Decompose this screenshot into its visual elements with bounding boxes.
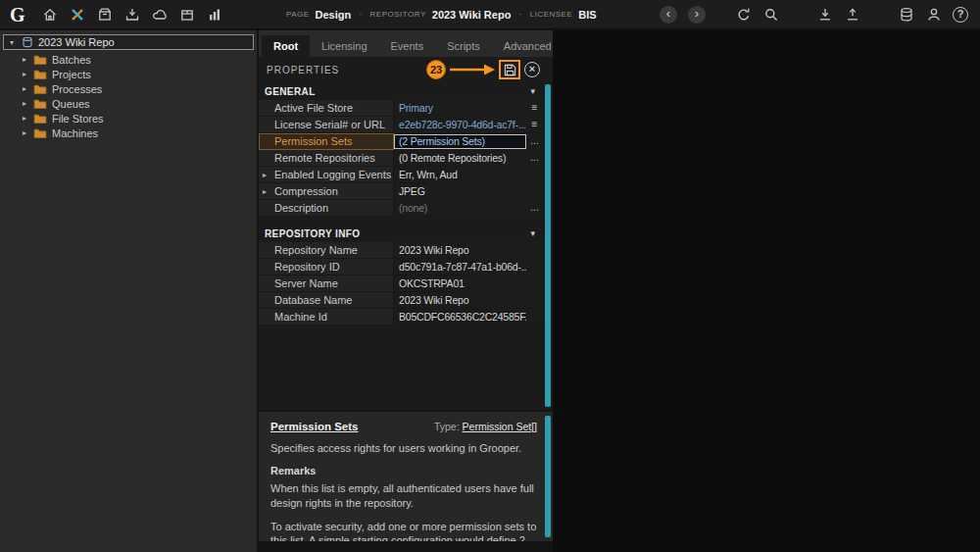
- forward-button[interactable]: ›: [688, 6, 706, 24]
- tab-root[interactable]: Root: [262, 35, 310, 57]
- property-value[interactable]: Primary: [394, 100, 526, 117]
- tab-events[interactable]: Events: [379, 35, 436, 57]
- property-row-machine-id[interactable]: Machine Id B05CDFC66536C2C24585F...: [259, 309, 543, 326]
- tree-expander-icon[interactable]: ▸: [21, 128, 28, 137]
- tree-item-label: Machines: [52, 127, 98, 139]
- cloud-icon[interactable]: [152, 6, 169, 23]
- save-button[interactable]: [499, 60, 520, 79]
- expand-icon[interactable]: ▸: [263, 187, 267, 196]
- user-icon[interactable]: [925, 6, 942, 23]
- chevron-down-icon[interactable]: ▾: [530, 86, 535, 96]
- property-row-repository-id[interactable]: Repository ID d50c791a-7c87-47a1-b06d-..…: [259, 259, 543, 276]
- property-value: 2023 Wiki Repo: [394, 292, 526, 309]
- property-row-remote-repositories[interactable]: Remote Repositories (0 Remote Repositori…: [259, 150, 543, 167]
- tree-expander-icon[interactable]: ▸: [21, 70, 28, 78]
- property-label: Active File Store: [259, 100, 394, 117]
- property-value[interactable]: Err, Wrn, Aud: [394, 167, 526, 183]
- node-tree-sidebar: ▾ 2023 Wiki Repo ▸ Batches ▸ Projects ▸: [0, 30, 257, 552]
- dropdown-menu-icon[interactable]: ≡: [526, 117, 543, 133]
- close-icon[interactable]: ×: [524, 62, 540, 77]
- property-row-repository-name[interactable]: Repository Name 2023 Wiki Repo: [259, 242, 543, 259]
- property-value[interactable]: (0 Remote Repositories): [394, 150, 526, 167]
- tree-item-label: Projects: [52, 69, 91, 80]
- tab-scripts[interactable]: Scripts: [435, 35, 492, 57]
- property-label: Remote Repositories: [259, 150, 394, 167]
- property-row-database-name[interactable]: Database Name 2023 Wiki Repo: [259, 292, 543, 309]
- ellipsis-button[interactable]: ...: [526, 150, 543, 167]
- package-icon[interactable]: [179, 6, 196, 23]
- download-icon[interactable]: [816, 6, 833, 23]
- save-disk-icon: [504, 64, 516, 76]
- remarks-paragraph: When this list is empty, all authenticat…: [270, 481, 537, 511]
- page-value[interactable]: Design: [316, 9, 352, 21]
- licensee-value: BIS: [578, 9, 596, 21]
- grooper-logo[interactable]: G: [10, 5, 25, 25]
- ellipsis-button[interactable]: ...: [526, 200, 543, 217]
- help-property-title: Permission Sets: [270, 421, 358, 432]
- property-row-permission-sets[interactable]: Permission Sets (2 Permission Sets) ...: [259, 133, 543, 150]
- properties-panel: PROPERTIES 23 ×: [259, 57, 553, 410]
- upload-icon[interactable]: [844, 6, 860, 23]
- breadcrumb-separator: ·: [518, 9, 521, 20]
- sidebar-item-machines[interactable]: ▸ Machines: [0, 125, 257, 140]
- property-label: License Serial# or URL: [259, 117, 394, 133]
- row-action-none: [526, 259, 543, 276]
- property-row-server-name[interactable]: Server Name OKCSTRPA01: [259, 276, 543, 292]
- property-label: Repository Name: [259, 242, 394, 259]
- repository-value[interactable]: 2023 Wiki Repo: [432, 9, 512, 21]
- tree-root-node[interactable]: ▾ 2023 Wiki Repo: [3, 34, 254, 50]
- tab-licensing[interactable]: Licensing: [310, 35, 378, 57]
- inbox-import-icon[interactable]: [124, 6, 141, 23]
- home-icon[interactable]: [42, 6, 59, 23]
- property-value[interactable]: e2eb728c-9970-4d6d-ac7f-...: [394, 117, 526, 133]
- property-label: Machine Id: [259, 309, 394, 326]
- section-general[interactable]: GENERAL ▾: [259, 82, 543, 100]
- batches-icon[interactable]: [97, 6, 114, 23]
- tree-item-label: Processes: [52, 83, 102, 95]
- property-row-enabled-logging-events[interactable]: ▸Enabled Logging Events Err, Wrn, Aud: [259, 167, 543, 183]
- tree-item-label: File Stores: [52, 113, 104, 125]
- row-action-none: [526, 292, 543, 309]
- search-icon[interactable]: [762, 6, 779, 23]
- property-row-active-file-store[interactable]: Active File Store Primary ≡: [259, 100, 543, 117]
- property-value[interactable]: (none): [394, 200, 526, 217]
- property-row-license-serial[interactable]: License Serial# or URL e2eb728c-9970-4d6…: [259, 117, 543, 133]
- help-scrollbar[interactable]: [545, 416, 551, 537]
- callout-step-badge: 23: [426, 60, 446, 79]
- tree-expander-icon[interactable]: ▸: [21, 114, 28, 123]
- callout-arrow: [450, 63, 495, 76]
- expand-icon[interactable]: ▸: [263, 171, 267, 179]
- properties-scrollbar[interactable]: [545, 84, 551, 407]
- design-tools-icon[interactable]: [70, 6, 86, 23]
- row-action-none: [526, 167, 543, 183]
- tree-expander-icon[interactable]: ▸: [21, 84, 28, 93]
- property-value[interactable]: JPEG: [394, 183, 526, 200]
- help-icon[interactable]: ?: [953, 7, 968, 23]
- breadcrumb-separator: ·: [359, 9, 362, 20]
- property-row-description[interactable]: Description (none) ...: [259, 200, 543, 217]
- back-button[interactable]: ‹: [660, 6, 677, 24]
- section-repository-info[interactable]: REPOSITORY INFO ▾: [259, 225, 543, 242]
- stats-chart-icon[interactable]: [207, 6, 223, 23]
- property-label: Compression: [274, 185, 338, 197]
- property-help-panel: Permission Sets Type: Permission Set[] S…: [259, 412, 553, 541]
- type-link[interactable]: Permission Set: [463, 421, 532, 432]
- permission-sets-value-input[interactable]: (2 Permission Sets): [394, 134, 526, 149]
- tree-expander-icon[interactable]: ▸: [21, 55, 28, 64]
- database-icon[interactable]: [898, 6, 914, 23]
- property-label: Description: [259, 200, 394, 217]
- chevron-down-icon[interactable]: ▾: [530, 228, 535, 238]
- ellipsis-button[interactable]: ...: [526, 133, 543, 150]
- topbar-left-icons: G: [0, 5, 223, 25]
- page-label: PAGE: [286, 10, 310, 19]
- section-title: REPOSITORY INFO: [265, 228, 361, 239]
- help-header: Permission Sets Type: Permission Set[]: [270, 421, 537, 432]
- row-action-none: [526, 276, 543, 292]
- tree-expander-icon[interactable]: ▸: [21, 99, 28, 108]
- properties-header: PROPERTIES 23 ×: [259, 57, 553, 82]
- dropdown-menu-icon[interactable]: ≡: [526, 100, 543, 117]
- tree-expander-icon[interactable]: ▾: [8, 38, 16, 47]
- property-label: Permission Sets: [259, 133, 394, 150]
- property-row-compression[interactable]: ▸Compression JPEG: [259, 183, 543, 200]
- refresh-icon[interactable]: [735, 6, 752, 23]
